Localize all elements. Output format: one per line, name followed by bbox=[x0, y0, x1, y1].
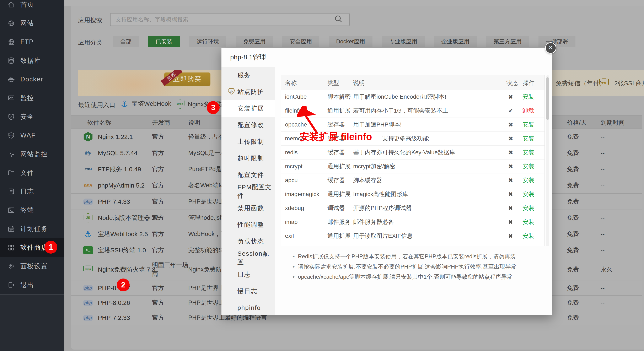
app-name[interactable]: PHP-7.4.33 bbox=[98, 198, 130, 205]
app-name[interactable]: Nginx 1.22.1 bbox=[98, 133, 133, 140]
extension-description: 开源的PHP程序调试器 bbox=[353, 204, 412, 212]
sidebar-item[interactable]: 网站 bbox=[0, 14, 64, 32]
sidebar-item[interactable]: Docker bbox=[0, 70, 64, 89]
extension-action-link[interactable]: 安装 bbox=[522, 121, 541, 128]
app-developer: 官方 bbox=[152, 148, 189, 158]
category-tab[interactable]: Docker应用 bbox=[329, 36, 372, 47]
scrollbar-thumb[interactable] bbox=[546, 77, 549, 120]
category-tab[interactable]: 企业版应用 bbox=[434, 36, 477, 47]
category-tab-label: 企业版应用 bbox=[442, 38, 470, 45]
app-price: 免费 bbox=[567, 230, 579, 238]
extension-description: Imagick高性能图形库 bbox=[353, 190, 408, 198]
modal-menu-item[interactable]: 配置修改 bbox=[222, 117, 275, 133]
modal-menu-item[interactable]: 负载状态 bbox=[222, 233, 275, 250]
category-tab[interactable]: 已安装 bbox=[148, 36, 180, 47]
app-name[interactable]: Nginx免费防火墙 7.3 bbox=[98, 265, 156, 274]
app-icon: My bbox=[83, 148, 93, 158]
extensions-scrollbar[interactable] bbox=[546, 75, 549, 246]
column-header-name: 名称 bbox=[285, 79, 297, 87]
sidebar-item[interactable]: FTP bbox=[0, 32, 64, 51]
sidebar-item[interactable]: 安全 bbox=[0, 108, 64, 126]
category-tab-label: 免费应用 bbox=[243, 38, 266, 45]
app-icon: php bbox=[83, 285, 93, 291]
extension-status-icon: ✖ bbox=[504, 191, 517, 198]
app-expire: -- bbox=[600, 198, 604, 205]
app-name[interactable]: PHP-8.0.26 bbox=[98, 299, 130, 306]
app-developer: 官方 bbox=[152, 230, 189, 239]
modal-menu-item[interactable]: 禁用函数 bbox=[222, 200, 275, 216]
extension-action-link[interactable]: 安装 bbox=[522, 218, 541, 226]
app-search-input[interactable] bbox=[110, 13, 350, 26]
app-name[interactable]: Node.js版本管理器 2.5 bbox=[98, 214, 160, 222]
sidebar-item-label: 监控 bbox=[20, 94, 34, 102]
modal-menu-item[interactable]: 配置文件 bbox=[222, 166, 275, 183]
modal-menu-item[interactable]: 上传限制 bbox=[222, 133, 275, 150]
sidebar-item[interactable]: 退出 bbox=[0, 276, 64, 294]
extension-action-link[interactable]: 安装 bbox=[522, 232, 541, 240]
category-tab[interactable]: 全部 bbox=[113, 36, 139, 47]
annotation-step-1: 1 bbox=[44, 241, 57, 254]
sidebar-item[interactable]: 面板设置 bbox=[0, 257, 64, 276]
app-expire: -- bbox=[600, 314, 604, 321]
modal-menu-item[interactable]: 服务 bbox=[222, 67, 275, 84]
app-price: 免费 bbox=[567, 181, 579, 190]
app-name[interactable]: 宝塔WebHook 2.5 bbox=[98, 230, 148, 238]
modal-menu-item[interactable]: phpinfo bbox=[222, 300, 275, 316]
modal-menu-item[interactable]: 性能调整 bbox=[222, 216, 275, 233]
category-tab[interactable]: 专业版应用 bbox=[382, 36, 424, 47]
extension-action-link[interactable]: 安装 bbox=[522, 190, 541, 198]
modal-title: php-8.1管理 bbox=[230, 48, 266, 67]
sidebar-item[interactable]: 数据库 bbox=[0, 51, 64, 70]
sidebar-item[interactable]: 网站监控 bbox=[0, 145, 64, 164]
app-icon: php bbox=[83, 315, 93, 321]
category-tab-label: 已安装 bbox=[156, 38, 172, 45]
extension-action-link[interactable]: 安装 bbox=[522, 93, 541, 101]
recent-entry-label: 宝塔WebHook bbox=[132, 100, 171, 108]
extension-action-link[interactable]: 安装 bbox=[522, 246, 541, 246]
sidebar-item-icon bbox=[8, 57, 15, 64]
extension-name: imap bbox=[285, 219, 298, 225]
extension-action-link[interactable]: 安装 bbox=[522, 204, 541, 212]
modal-menu-item[interactable]: 超时限制 bbox=[222, 150, 275, 166]
sidebar-item[interactable]: 文件 bbox=[0, 164, 64, 182]
sidebar-item[interactable]: 计划任务 bbox=[0, 220, 64, 238]
app-name[interactable]: FTP服务 1.0.49 bbox=[98, 165, 141, 174]
modal-menu-item[interactable]: 安装扩展 bbox=[222, 100, 275, 117]
sidebar-item-label: WAF bbox=[20, 132, 36, 139]
modal-menu: 服务 企 站点防护 安装扩展 配置修改 bbox=[222, 67, 275, 315]
sidebar-item[interactable]: 日志 bbox=[0, 182, 64, 201]
extension-action-link[interactable]: 安装 bbox=[522, 162, 541, 170]
modal-menu-item[interactable]: Session配置 bbox=[222, 250, 275, 266]
sidebar-item[interactable]: 终端 bbox=[0, 201, 64, 220]
modal-menu-item[interactable]: 日志 bbox=[222, 266, 275, 283]
extension-action-link[interactable]: 安装 bbox=[522, 134, 541, 142]
modal-menu-item[interactable]: FPM配置文件 bbox=[222, 183, 275, 200]
app-developer: 官方 bbox=[152, 298, 189, 308]
extension-action-link[interactable]: 卸载 bbox=[522, 107, 541, 115]
extension-type: 缓存器 bbox=[328, 176, 345, 184]
extension-status-icon: ✖ bbox=[504, 135, 517, 142]
category-tab[interactable]: 安全应用 bbox=[282, 36, 319, 47]
recent-entry-webhook[interactable]: ⚓ 宝塔WebHook bbox=[121, 100, 171, 108]
sidebar-item[interactable]: 监控 bbox=[0, 89, 64, 108]
category-tab[interactable]: 运行环境 bbox=[189, 36, 226, 47]
search-icon[interactable] bbox=[334, 14, 343, 24]
sidebar-item[interactable]: 首页 bbox=[0, 0, 64, 14]
extension-action-link[interactable]: 安装 bbox=[522, 148, 541, 156]
extension-row: intl 通用扩展 提供国际化支持 ✖ 安装 bbox=[281, 243, 544, 246]
category-tab[interactable]: 第三方应用 bbox=[486, 36, 529, 47]
close-icon[interactable]: × bbox=[545, 42, 556, 54]
sidebar-item[interactable]: WAF bbox=[0, 126, 64, 145]
app-name[interactable]: 宝塔SSH终端 1.0 bbox=[98, 246, 146, 254]
modal-menu-item[interactable]: 慢日志 bbox=[222, 283, 275, 300]
extension-action-link[interactable]: 安装 bbox=[522, 176, 541, 184]
app-name[interactable]: PHP-7.2.33 bbox=[98, 314, 130, 321]
sidebar-item-label: 面板设置 bbox=[20, 262, 48, 270]
category-tab[interactable]: 一键部署 bbox=[538, 36, 576, 47]
app-name[interactable]: MySQL 5.7.44 bbox=[98, 150, 138, 156]
category-tab[interactable]: 免费应用 bbox=[236, 36, 273, 47]
app-expire: -- bbox=[600, 285, 604, 292]
app-expire: -- bbox=[600, 230, 604, 238]
modal-menu-item[interactable]: 企 站点防护 bbox=[222, 84, 275, 100]
app-name[interactable]: phpMyAdmin 5.2 bbox=[98, 182, 144, 189]
